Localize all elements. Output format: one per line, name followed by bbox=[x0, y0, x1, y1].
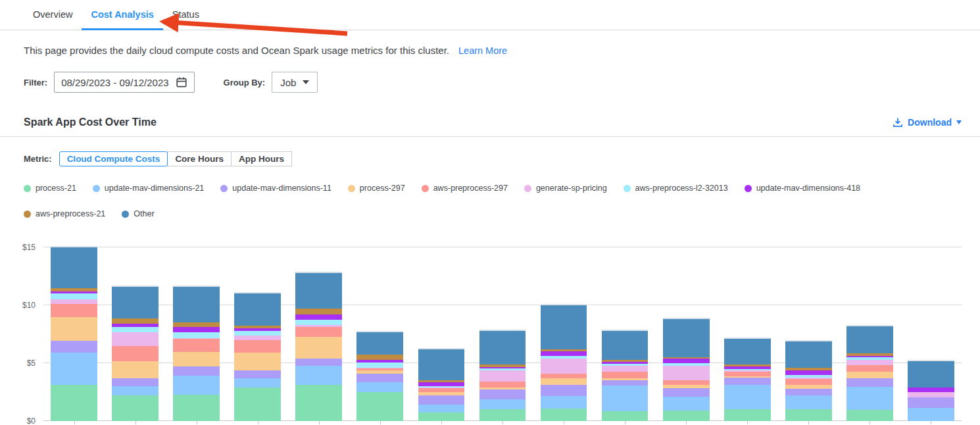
bar-segment-aws-preprocess-297[interactable] bbox=[295, 327, 342, 338]
bar-segment-update-mav-dimensions-21[interactable] bbox=[51, 353, 97, 385]
bar-segment-other[interactable] bbox=[846, 326, 893, 353]
stacked-bar-9/8[interactable] bbox=[663, 318, 710, 421]
bar-segment-other[interactable] bbox=[602, 331, 649, 360]
learn-more-link[interactable]: Learn More bbox=[458, 45, 507, 56]
bar-segment-aws-preprocess-l2-32013[interactable] bbox=[356, 362, 403, 368]
bar-segment-aws-preprocess-297[interactable] bbox=[846, 365, 893, 372]
bar-segment-aws-preprocess-21[interactable] bbox=[112, 318, 159, 324]
stacked-bar-9/12[interactable] bbox=[908, 360, 954, 421]
bar-segment-update-mav-dimensions-11[interactable] bbox=[112, 378, 159, 386]
bar-segment-other[interactable] bbox=[663, 319, 710, 357]
bar-segment-update-mav-dimensions-21[interactable] bbox=[663, 397, 710, 411]
bar-segment-update-mav-dimensions-21[interactable] bbox=[112, 386, 159, 395]
stacked-bar-9/5[interactable] bbox=[479, 330, 526, 421]
bar-segment-update-mav-dimensions-11[interactable] bbox=[602, 380, 649, 386]
bar-segment-process-21[interactable] bbox=[663, 411, 710, 421]
bar-segment-update-mav-dimensions-418[interactable] bbox=[663, 359, 710, 363]
stacked-bar-9/2[interactable] bbox=[295, 272, 342, 421]
bar-segment-aws-preprocess-297[interactable] bbox=[173, 339, 220, 352]
bar-segment-update-mav-dimensions-11[interactable] bbox=[234, 370, 281, 378]
bar-segment-process-21[interactable] bbox=[173, 395, 220, 422]
legend-item-update-mav-dimensions-11[interactable]: update-mav-dimensions-11 bbox=[220, 184, 331, 193]
group-by-select[interactable]: Job bbox=[272, 72, 318, 93]
legend-item-other[interactable]: Other bbox=[122, 209, 154, 218]
bar-segment-other[interactable] bbox=[356, 332, 403, 355]
bar-segment-aws-preprocess-297[interactable] bbox=[479, 382, 526, 388]
stacked-bar-8/31[interactable] bbox=[173, 286, 220, 421]
bar-segment-update-mav-dimensions-21[interactable] bbox=[173, 376, 220, 394]
bar-segment-process-21[interactable] bbox=[479, 409, 526, 422]
stacked-bar-9/7[interactable] bbox=[602, 330, 649, 421]
bar-segment-update-mav-dimensions-21[interactable] bbox=[234, 378, 281, 388]
bar-segment-process-21[interactable] bbox=[418, 413, 465, 421]
metric-core-hours-button[interactable]: Core Hours bbox=[167, 151, 232, 166]
bar-segment-aws-preprocess-297[interactable] bbox=[541, 374, 587, 378]
bar-segment-process-297[interactable] bbox=[846, 372, 893, 378]
legend-item-aws-preprocess-l2-32013[interactable]: aws-preprocess-l2-32013 bbox=[624, 184, 728, 193]
bar-segment-update-mav-dimensions-11[interactable] bbox=[785, 389, 832, 396]
bar-segment-update-mav-dimensions-21[interactable] bbox=[295, 366, 342, 384]
bar-segment-update-mav-dimensions-11[interactable] bbox=[173, 366, 220, 376]
metric-app-hours-button[interactable]: App Hours bbox=[231, 151, 292, 166]
bar-segment-aws-preprocess-l2-32013[interactable] bbox=[173, 332, 220, 338]
legend-item-aws-preprocess-21[interactable]: aws-preprocess-21 bbox=[24, 209, 105, 218]
bar-segment-process-21[interactable] bbox=[51, 385, 97, 421]
bar-segment-generate-sp-pricing[interactable] bbox=[846, 360, 893, 365]
download-button[interactable]: Download bbox=[893, 117, 962, 128]
bar-segment-update-mav-dimensions-418[interactable] bbox=[785, 370, 832, 375]
bar-segment-update-mav-dimensions-21[interactable] bbox=[356, 382, 403, 392]
bar-segment-other[interactable] bbox=[51, 247, 97, 288]
legend-item-update-mav-dimensions-21[interactable]: update-mav-dimensions-21 bbox=[93, 184, 204, 193]
bar-segment-update-mav-dimensions-21[interactable] bbox=[479, 399, 526, 409]
bar-segment-process-297[interactable] bbox=[295, 337, 342, 359]
bar-segment-aws-preprocess-297[interactable] bbox=[785, 379, 832, 385]
bar-segment-generate-sp-pricing[interactable] bbox=[663, 366, 710, 380]
bar-segment-aws-preprocess-21[interactable] bbox=[295, 309, 342, 315]
bar-segment-aws-preprocess-297[interactable] bbox=[602, 372, 649, 378]
legend-item-process-21[interactable]: process-21 bbox=[24, 184, 76, 193]
bar-segment-update-mav-dimensions-21[interactable] bbox=[541, 396, 587, 409]
stacked-bar-9/9[interactable] bbox=[724, 338, 771, 421]
bar-segment-process-297[interactable] bbox=[112, 361, 159, 378]
tab-overview[interactable]: Overview bbox=[24, 0, 82, 30]
bar-segment-aws-preprocess-l2-32013[interactable] bbox=[234, 331, 281, 336]
bar-segment-aws-preprocess-297[interactable] bbox=[234, 340, 281, 353]
bar-segment-process-21[interactable] bbox=[785, 409, 832, 422]
bar-segment-process-21[interactable] bbox=[295, 385, 342, 421]
bar-segment-update-mav-dimensions-11[interactable] bbox=[541, 385, 587, 397]
bar-segment-generate-sp-pricing[interactable] bbox=[112, 332, 159, 345]
legend-item-generate-sp-pricing[interactable]: generate-sp-pricing bbox=[524, 184, 607, 193]
date-range-picker[interactable]: 08/29/2023 - 09/12/2023 bbox=[54, 72, 194, 93]
bar-segment-generate-sp-pricing[interactable] bbox=[908, 392, 954, 397]
legend-item-aws-preprocess-297[interactable]: aws-preprocess-297 bbox=[422, 184, 508, 193]
legend-item-process-297[interactable]: process-297 bbox=[348, 184, 405, 193]
bar-segment-update-mav-dimensions-21[interactable] bbox=[908, 408, 954, 421]
bar-segment-other[interactable] bbox=[785, 341, 832, 368]
bar-segment-generate-sp-pricing[interactable] bbox=[479, 370, 526, 382]
bar-segment-other[interactable] bbox=[234, 293, 281, 325]
stacked-bar-9/11[interactable] bbox=[846, 325, 893, 421]
stacked-bar-9/3[interactable] bbox=[356, 331, 403, 421]
bar-segment-other[interactable] bbox=[724, 339, 771, 364]
bar-segment-other[interactable] bbox=[908, 361, 954, 388]
bar-segment-update-mav-dimensions-418[interactable] bbox=[541, 351, 587, 356]
stacked-bar-8/30[interactable] bbox=[112, 286, 159, 421]
metric-cloud-compute-costs-button[interactable]: Cloud Compute Costs bbox=[59, 151, 168, 166]
bar-segment-process-21[interactable] bbox=[846, 410, 893, 421]
bar-segment-aws-preprocess-l2-32013[interactable] bbox=[295, 320, 342, 325]
bar-segment-update-mav-dimensions-11[interactable] bbox=[418, 395, 465, 405]
bar-segment-update-mav-dimensions-11[interactable] bbox=[51, 341, 97, 353]
tab-status[interactable]: Status bbox=[163, 0, 208, 30]
bar-segment-aws-preprocess-297[interactable] bbox=[112, 346, 159, 361]
bar-segment-aws-preprocess-297[interactable] bbox=[724, 372, 771, 376]
stacked-bar-9/1[interactable] bbox=[234, 292, 281, 421]
bar-segment-update-mav-dimensions-11[interactable] bbox=[908, 397, 954, 408]
bar-segment-process-21[interactable] bbox=[541, 409, 587, 421]
bar-segment-process-21[interactable] bbox=[234, 388, 281, 421]
bar-segment-update-mav-dimensions-418[interactable] bbox=[908, 388, 954, 392]
bar-segment-process-297[interactable] bbox=[173, 352, 220, 366]
stacked-bar-8/29[interactable] bbox=[51, 246, 97, 421]
bar-segment-other[interactable] bbox=[418, 349, 465, 380]
bar-segment-other[interactable] bbox=[173, 287, 220, 323]
bar-segment-update-mav-dimensions-11[interactable] bbox=[356, 374, 403, 382]
